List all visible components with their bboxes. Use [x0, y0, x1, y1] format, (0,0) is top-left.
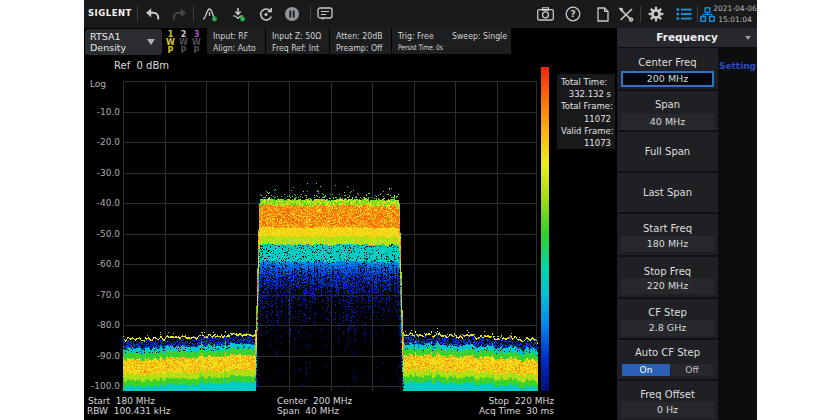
mode-name: RTSA1 — [90, 31, 120, 42]
status-preamp: Preamp: Off — [336, 43, 382, 53]
y-axis-label: -70.0 — [84, 290, 120, 300]
undo-icon[interactable] — [142, 0, 164, 28]
menu-items: Center Freq 200 MHz Span 40 MHz Full Spa… — [617, 47, 718, 420]
menu-item-value[interactable]: 220 MHz — [621, 278, 714, 294]
y-axis-label: -30.0 — [84, 168, 120, 178]
trace-indicators[interactable]: 1 2 3 W W W P P P — [164, 28, 207, 56]
menu-item-label: Stop Freq — [617, 266, 718, 278]
status-group-atten: Atten: 20dB Preamp: Off — [330, 28, 391, 54]
menu-item-label: CF Step — [617, 307, 718, 319]
status-input-z: Input Z: 50Ω — [272, 31, 321, 41]
function-menu: Frequency Center Freq 200 MHz Span 40 MH… — [617, 28, 757, 420]
ref-level-label: Ref 0 dBm — [114, 60, 169, 71]
menu-item-label: Span — [617, 99, 718, 111]
mode-view: Density — [90, 42, 126, 53]
y-axis-label: -10.0 — [84, 107, 120, 117]
menu-item-full-span[interactable]: Full Span — [617, 132, 718, 171]
status-group-sweep: Sweep: Single — [446, 28, 511, 54]
screen: SIGLENT ? 2021-04-06 15:01:04 — [0, 0, 840, 420]
menu-item-label: Full Span — [617, 146, 718, 158]
gear-icon[interactable] — [645, 0, 667, 28]
redo-icon[interactable] — [168, 0, 190, 28]
menu-item-cf-step[interactable]: CF Step 2.8 GHz — [617, 299, 718, 338]
acq-time-readout: Acq Time 30 ms — [454, 406, 554, 416]
date-text: 2021-04-06 — [713, 3, 757, 14]
status-align: Align: Auto — [213, 43, 256, 53]
screenshot-camera-icon[interactable] — [534, 0, 556, 28]
menu-item-value[interactable]: 40 MHz — [621, 114, 714, 130]
toggle-on[interactable]: On — [622, 364, 670, 376]
valid-frame-label: Valid Frame: — [561, 125, 611, 137]
menu-item-stop-freq[interactable]: Stop Freq 220 MHz — [617, 257, 718, 297]
menu-item-auto-cf-step[interactable]: Auto CF Step On Off — [617, 340, 718, 379]
time-text: 15:01:04 — [713, 14, 757, 25]
help-icon[interactable]: ? — [562, 0, 584, 28]
acquisition-info-panel: Total Time: 332.132 s Total Frame: 11072… — [557, 74, 615, 149]
auto-tune-icon[interactable] — [199, 0, 221, 28]
menu-item-label: Auto CF Step — [617, 347, 718, 359]
density-colorbar — [541, 67, 549, 391]
density-spectrum-plot — [123, 81, 538, 391]
siglent-logo: SIGLENT — [88, 8, 132, 18]
status-freq-ref: Freq Ref: Int — [272, 43, 319, 53]
center-freq-readout: Center 200 MHz — [277, 396, 352, 406]
y-axis-label: -80.0 — [84, 320, 120, 330]
status-trig: Trig: Free — [398, 31, 434, 41]
chevron-down-icon — [147, 39, 155, 45]
status-persist: Persist Time: 0s — [398, 43, 443, 52]
annotation-icon[interactable] — [314, 0, 336, 28]
trace2-detector: P — [177, 46, 190, 55]
trace1-detector: P — [164, 46, 177, 55]
pause-icon[interactable] — [281, 0, 303, 28]
tab-setting[interactable]: Setting — [718, 61, 757, 71]
spectrum-display: Ref 0 dBm Log -10.0 -20.0 -30.0 -40.0 -5… — [84, 56, 617, 420]
menu-item-value[interactable]: 180 MHz — [621, 236, 714, 252]
file-icon[interactable] — [592, 0, 614, 28]
y-axis-label: -40.0 — [84, 198, 120, 208]
status-group-impedance: Input Z: 50Ω Freq Ref: Int — [266, 28, 329, 54]
toolbar-separator — [640, 6, 641, 22]
toolbar-separator — [137, 6, 138, 22]
status-sweep: Sweep: Single — [452, 31, 507, 41]
menu-item-start-freq[interactable]: Start Freq 180 MHz — [617, 214, 718, 255]
svg-text:?: ? — [570, 8, 576, 19]
toolbar-separator — [310, 6, 311, 22]
total-time-value: 332.132 s — [561, 88, 611, 100]
y-axis-label: -50.0 — [84, 229, 120, 239]
menu-item-label: Start Freq — [617, 223, 718, 235]
valid-frame-value: 11073 — [561, 137, 611, 149]
menu-item-center-freq[interactable]: Center Freq 200 MHz — [617, 48, 718, 89]
menu-item-label: Center Freq — [617, 57, 718, 69]
rbw-readout: RBW 100.431 kHz — [87, 406, 171, 416]
toggle-off[interactable]: Off — [671, 364, 713, 376]
tools-icon[interactable] — [615, 0, 637, 28]
datetime: 2021-04-06 15:01:04 — [713, 3, 757, 25]
mode-selector[interactable]: RTSA1 Density — [85, 29, 162, 55]
preset-load-icon[interactable] — [227, 0, 249, 28]
y-axis-label: -100.0 — [84, 381, 120, 391]
menu-title[interactable]: Frequency — [617, 28, 757, 47]
status-group-trigger: Trig: Free Persist Time: 0s — [392, 28, 448, 54]
menu-item-value[interactable]: 0 Hz — [621, 402, 714, 418]
trace3-detector: P — [190, 46, 203, 55]
menu-item-span[interactable]: Span 40 MHz — [617, 91, 718, 130]
restart-icon[interactable] — [255, 0, 277, 28]
chevron-down-icon — [745, 36, 751, 40]
status-input: Input: RF — [213, 31, 248, 41]
menu-side-tabs: Setting — [718, 47, 757, 420]
task-list-icon[interactable] — [673, 0, 695, 28]
status-group-input: Input: RF Align: Auto — [207, 28, 265, 54]
menu-item-last-span[interactable]: Last Span — [617, 173, 718, 212]
menu-item-value[interactable]: 2.8 GHz — [621, 320, 714, 336]
menu-title-text: Frequency — [656, 31, 717, 43]
start-freq-readout: Start 180 MHz — [88, 396, 155, 406]
menu-item-freq-offset[interactable]: Freq Offset 0 Hz — [617, 381, 718, 420]
status-atten: Atten: 20dB — [336, 31, 383, 41]
menu-item-value[interactable]: 200 MHz — [621, 71, 714, 87]
y-axis-label: -20.0 — [84, 137, 120, 147]
total-frame-value: 11072 — [561, 113, 611, 125]
total-time-label: Total Time: — [561, 76, 611, 88]
toolbar: SIGLENT ? 2021-04-06 15:01:04 — [84, 0, 757, 28]
toolbar-separator — [193, 6, 194, 22]
menu-item-label: Freq Offset — [617, 389, 718, 401]
